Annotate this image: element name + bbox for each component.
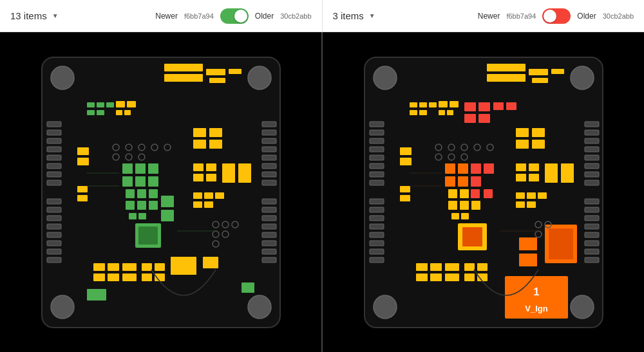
- svg-rect-83: [193, 192, 202, 199]
- svg-rect-169: [447, 110, 453, 115]
- svg-rect-47: [116, 101, 125, 107]
- left-newer-hash: f6bb7a94: [184, 12, 214, 20]
- svg-rect-217: [416, 263, 428, 271]
- svg-rect-206: [545, 163, 558, 183]
- svg-rect-17: [47, 232, 61, 237]
- svg-rect-74: [209, 128, 222, 137]
- svg-rect-136: [370, 232, 384, 237]
- svg-rect-177: [400, 158, 412, 165]
- svg-rect-75: [193, 140, 206, 149]
- right-older-hash: 30cb2abb: [603, 12, 634, 20]
- svg-rect-202: [516, 163, 526, 171]
- svg-rect-191: [448, 201, 457, 210]
- svg-rect-176: [400, 147, 412, 155]
- left-older-label: Older: [255, 12, 274, 21]
- svg-rect-125: [370, 130, 384, 135]
- svg-rect-186: [471, 176, 481, 187]
- svg-rect-45: [87, 110, 95, 115]
- right-newer-hash: f6bb7a94: [506, 12, 536, 20]
- svg-rect-69: [161, 196, 174, 207]
- svg-rect-160: [551, 69, 564, 74]
- svg-rect-77: [193, 163, 204, 171]
- svg-rect-21: [262, 122, 276, 127]
- svg-rect-207: [561, 163, 574, 183]
- right-items-dropdown[interactable]: 3 items ▼: [333, 10, 375, 21]
- svg-rect-184: [471, 163, 481, 174]
- svg-rect-44: [106, 102, 114, 107]
- svg-rect-132: [370, 199, 384, 204]
- svg-rect-23: [262, 138, 276, 144]
- svg-rect-152: [585, 232, 599, 237]
- svg-rect-64: [126, 201, 135, 210]
- svg-rect-81: [222, 163, 235, 183]
- svg-rect-40: [209, 78, 225, 83]
- svg-rect-79: [193, 174, 204, 181]
- svg-rect-164: [410, 110, 417, 115]
- svg-rect-185: [484, 163, 494, 174]
- svg-rect-124: [370, 122, 384, 127]
- svg-rect-70: [161, 210, 174, 221]
- left-items-dropdown[interactable]: 13 items ▼: [10, 10, 59, 21]
- svg-rect-53: [77, 186, 88, 192]
- svg-rect-65: [137, 201, 146, 210]
- svg-rect-156: [487, 64, 526, 71]
- svg-rect-146: [585, 172, 599, 177]
- svg-rect-216: [519, 254, 537, 266]
- svg-point-4: [248, 295, 271, 319]
- svg-rect-98: [171, 257, 196, 275]
- svg-point-120: [374, 66, 397, 89]
- svg-rect-43: [97, 102, 104, 107]
- svg-rect-210: [538, 192, 547, 199]
- svg-rect-209: [527, 192, 536, 199]
- svg-rect-48: [127, 101, 136, 107]
- svg-rect-58: [122, 176, 133, 187]
- svg-rect-84: [204, 192, 213, 199]
- svg-rect-26: [262, 163, 276, 169]
- svg-rect-163: [429, 102, 437, 107]
- svg-rect-221: [445, 263, 459, 271]
- left-toggle-knob: [234, 10, 247, 23]
- svg-rect-13: [47, 199, 61, 204]
- svg-rect-128: [370, 155, 384, 160]
- svg-rect-204: [516, 174, 526, 181]
- svg-rect-66: [149, 201, 158, 210]
- svg-rect-25: [262, 155, 276, 160]
- svg-rect-126: [370, 138, 384, 144]
- svg-point-123: [571, 295, 594, 319]
- svg-rect-5: [47, 122, 61, 127]
- svg-rect-194: [451, 213, 459, 219]
- svg-rect-211: [516, 201, 525, 208]
- svg-rect-189: [448, 189, 457, 198]
- svg-rect-154: [585, 249, 599, 254]
- panels-container: 1 V_Ign: [0, 32, 644, 352]
- right-dropdown-arrow: ▼: [369, 12, 375, 19]
- svg-rect-215: [519, 237, 537, 250]
- top-bar: 13 items ▼ Newer f6bb7a94 Older 30cb2abb…: [0, 0, 644, 32]
- svg-rect-54: [77, 195, 88, 201]
- svg-rect-89: [108, 263, 119, 271]
- right-toggle[interactable]: [542, 8, 571, 24]
- left-pcb-canvas: [0, 32, 321, 352]
- svg-rect-193: [471, 201, 480, 210]
- left-pcb-svg: [23, 44, 299, 340]
- svg-rect-86: [193, 201, 202, 208]
- svg-text:V_Ign: V_Ign: [525, 304, 547, 313]
- svg-rect-27: [262, 172, 276, 177]
- svg-rect-133: [370, 207, 384, 212]
- left-toggle[interactable]: [220, 8, 249, 24]
- svg-point-122: [374, 295, 397, 319]
- svg-rect-214: [549, 228, 573, 259]
- svg-rect-188: [484, 189, 493, 198]
- svg-rect-145: [585, 163, 599, 169]
- svg-rect-161: [410, 102, 417, 107]
- svg-rect-143: [585, 147, 599, 152]
- svg-rect-56: [135, 163, 146, 174]
- svg-rect-14: [47, 207, 61, 212]
- svg-rect-190: [460, 189, 469, 198]
- svg-rect-30: [262, 207, 276, 212]
- svg-rect-37: [164, 64, 203, 71]
- svg-rect-178: [400, 186, 410, 192]
- svg-rect-10: [47, 163, 61, 169]
- svg-rect-197: [462, 227, 482, 246]
- svg-rect-18: [47, 241, 61, 246]
